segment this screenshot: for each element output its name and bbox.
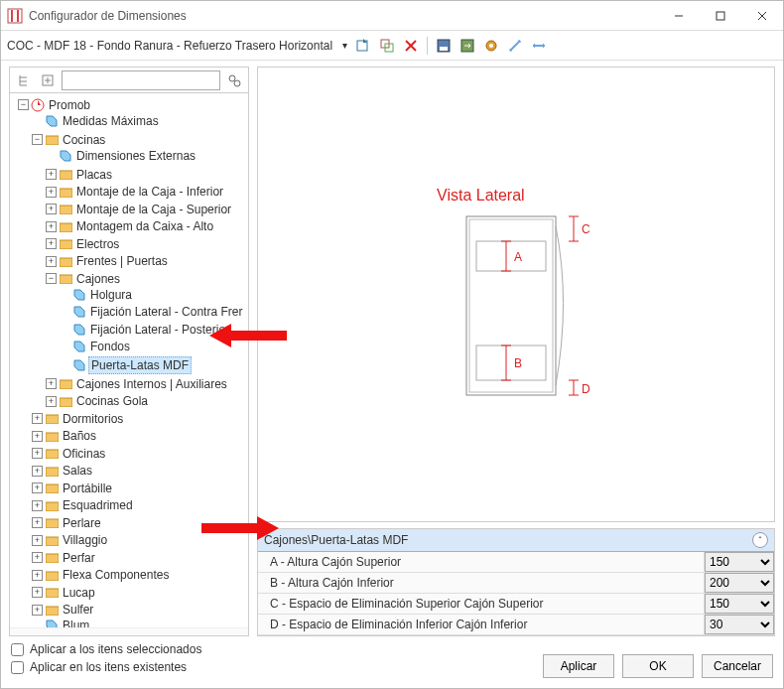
tree-item-salas[interactable]: +Salas <box>30 463 96 479</box>
minimize-button[interactable] <box>658 2 700 30</box>
measure-horiz-icon[interactable] <box>529 36 549 56</box>
tree-item-blum[interactable]: Blum <box>30 618 93 627</box>
tree-item-cajones[interactable]: −Cajones <box>44 271 124 287</box>
tree-item-cajones-int[interactable]: +Cajones Internos | Auxiliares <box>44 376 231 392</box>
expand-icon[interactable]: + <box>32 448 43 459</box>
tree-find-icon[interactable] <box>224 70 244 90</box>
close-button[interactable] <box>741 2 783 30</box>
tree-item-fondos[interactable]: Fondos <box>58 339 134 354</box>
expand-icon[interactable]: + <box>32 552 43 563</box>
tree-label-selected: Puerta-Latas MDF <box>88 356 192 374</box>
tree-item-montagem-alto[interactable]: +Montagem da Caixa - Alto <box>44 218 217 234</box>
folder-icon <box>59 377 72 391</box>
svg-rect-53 <box>476 241 546 271</box>
prop-value-d[interactable]: 30 <box>705 615 774 634</box>
expand-icon[interactable]: + <box>46 396 57 407</box>
expand-icon[interactable]: + <box>32 570 43 581</box>
tree-search-input[interactable] <box>62 70 220 90</box>
tree-item-fij-post[interactable]: Fijación Lateral - Posterior <box>58 322 233 338</box>
context-dropdown[interactable]: ▾ <box>340 40 349 51</box>
tree-label: Esquadrimed <box>61 497 135 513</box>
expand-icon[interactable]: + <box>46 238 57 249</box>
tree-root[interactable]: − Promob <box>16 97 94 113</box>
svg-rect-49 <box>46 589 59 598</box>
tree-view[interactable]: − Promob Medidas Máximas −Cocinas Dimens… <box>10 93 248 627</box>
collapse-icon[interactable]: − <box>46 273 57 284</box>
expand-icon[interactable]: + <box>46 221 57 232</box>
expand-icon[interactable]: + <box>32 605 43 616</box>
svg-rect-37 <box>60 380 72 389</box>
settings-icon[interactable] <box>481 36 501 56</box>
tree-item-dim-ext[interactable]: Dimensiones Externas <box>44 148 199 164</box>
prop-label: D - Espacio de Eliminación Inferior Cajó… <box>258 615 705 634</box>
tree-item-esquadrimed[interactable]: +Esquadrimed <box>30 497 137 513</box>
expand-icon[interactable]: + <box>46 378 57 389</box>
expand-icon[interactable]: + <box>32 431 43 442</box>
save-icon[interactable] <box>434 36 454 56</box>
tree-item-oficinas[interactable]: +Oficinas <box>30 446 109 462</box>
expand-icon[interactable]: + <box>32 517 43 528</box>
drawing-vista-lateral: A B C D <box>457 207 625 405</box>
properties-header[interactable]: Cajones\Puerta-Latas MDF ˆ <box>258 529 774 552</box>
expand-icon[interactable]: + <box>32 482 43 493</box>
expand-icon[interactable]: + <box>46 256 57 267</box>
tree-item-villaggio[interactable]: +Villaggio <box>30 532 111 548</box>
tree-item-sulfer[interactable]: +Sulfer <box>30 602 97 618</box>
export-icon[interactable] <box>457 36 477 56</box>
tree-item-electros[interactable]: +Electros <box>44 236 123 252</box>
tree-structure-icon[interactable] <box>14 70 34 90</box>
tree-item-portabille[interactable]: +Portábille <box>30 481 116 496</box>
tree-item-frentes[interactable]: +Frentes | Puertas <box>44 253 172 269</box>
tree-expand-icon[interactable] <box>38 70 58 90</box>
svg-rect-0 <box>8 9 22 23</box>
tree-item-cocinas[interactable]: −Cocinas <box>30 132 109 148</box>
tree-item-puerta-latas[interactable]: Puerta-Latas MDF <box>58 356 194 374</box>
collapse-icon[interactable]: − <box>18 99 29 110</box>
tree-item-medidas[interactable]: Medidas Máximas <box>30 113 163 129</box>
tree-item-cocinas-gola[interactable]: +Cocinas Gola <box>44 393 152 409</box>
ok-button[interactable]: OK <box>622 654 694 678</box>
goto-icon[interactable] <box>353 36 373 56</box>
expand-icon[interactable]: + <box>32 535 43 546</box>
svg-rect-51 <box>466 216 556 395</box>
expand-icon[interactable]: + <box>32 500 43 511</box>
cancel-button[interactable]: Cancelar <box>702 654 773 678</box>
folder-icon <box>45 482 59 495</box>
expand-icon[interactable]: + <box>46 169 57 180</box>
tree-item-montaje-inf[interactable]: +Montaje de la Caja - Inferior <box>44 184 227 200</box>
maximize-button[interactable] <box>700 2 741 30</box>
window-title: Configurador de Dimensiones <box>29 9 658 23</box>
expand-icon[interactable]: + <box>32 587 43 598</box>
expand-icon[interactable]: + <box>46 204 57 214</box>
prop-value-c[interactable]: 150 <box>705 594 774 614</box>
expand-icon[interactable]: + <box>32 466 43 477</box>
collapse-icon[interactable]: − <box>32 134 43 145</box>
tree-label: Baños <box>61 428 98 444</box>
chevron-up-icon[interactable]: ˆ <box>752 532 768 548</box>
measure-diag-icon[interactable] <box>505 36 525 56</box>
window-buttons <box>658 2 783 30</box>
app-icon <box>7 8 23 24</box>
tree-item-banos[interactable]: +Baños <box>30 428 100 444</box>
tree-label: Cajones <box>74 271 122 287</box>
delete-icon[interactable] <box>401 36 421 56</box>
folder-icon <box>45 133 59 147</box>
tree-item-holgura[interactable]: Holgura <box>58 287 136 303</box>
folder-icon <box>45 516 59 530</box>
folder-icon <box>45 447 59 461</box>
apply-button[interactable]: Aplicar <box>543 654 614 678</box>
expand-icon[interactable]: + <box>46 187 57 198</box>
tree-item-dormitorios[interactable]: +Dormitorios <box>30 411 127 427</box>
tree-item-lucap[interactable]: +Lucap <box>30 585 99 601</box>
tree-item-fij-contra[interactable]: Fijación Lateral - Contra Frer <box>58 304 246 320</box>
prop-value-a[interactable]: 150 <box>705 552 774 572</box>
tree-item-flexa[interactable]: +Flexa Componentes <box>30 567 173 583</box>
tree-item-placas[interactable]: +Placas <box>44 167 116 183</box>
tree-item-montaje-sup[interactable]: +Montaje de la Caja - Superior <box>44 202 235 217</box>
folder-icon <box>45 498 59 512</box>
prop-value-b[interactable]: 200 <box>705 573 774 593</box>
tree-item-perfar[interactable]: +Perfar <box>30 550 99 566</box>
copy-icon[interactable] <box>377 36 397 56</box>
tree-item-perlare[interactable]: +Perlare <box>30 515 105 531</box>
expand-icon[interactable]: + <box>32 413 43 424</box>
